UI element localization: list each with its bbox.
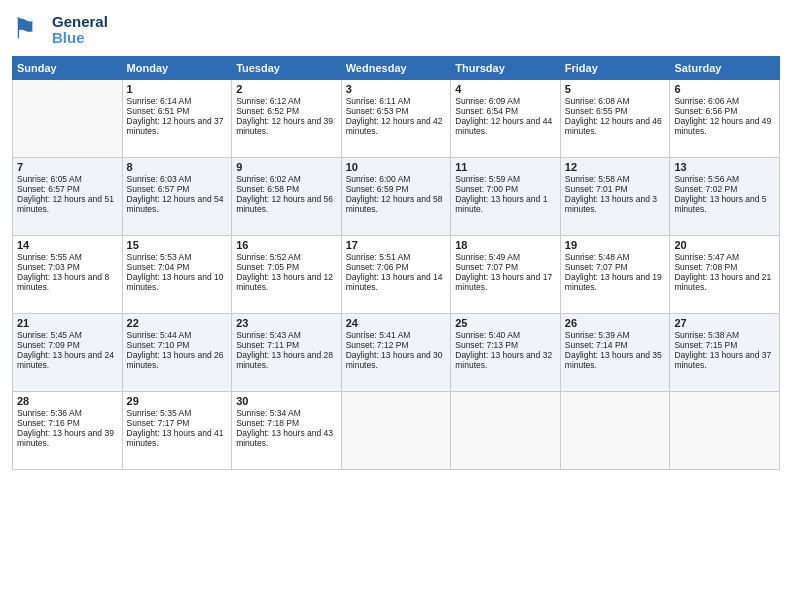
day-number: 12 xyxy=(565,161,666,173)
calendar-cell: 8Sunrise: 6:03 AMSunset: 6:57 PMDaylight… xyxy=(122,158,232,236)
day-number: 22 xyxy=(127,317,228,329)
calendar-cell: 29Sunrise: 5:35 AMSunset: 7:17 PMDayligh… xyxy=(122,392,232,470)
calendar-cell: 23Sunrise: 5:43 AMSunset: 7:11 PMDayligh… xyxy=(232,314,342,392)
day-number: 19 xyxy=(565,239,666,251)
cell-info: Sunrise: 5:35 AMSunset: 7:17 PMDaylight:… xyxy=(127,408,224,448)
calendar-week-row: 21Sunrise: 5:45 AMSunset: 7:09 PMDayligh… xyxy=(13,314,780,392)
calendar-cell: 14Sunrise: 5:55 AMSunset: 7:03 PMDayligh… xyxy=(13,236,123,314)
day-number: 11 xyxy=(455,161,556,173)
weekday-header: SundayMondayTuesdayWednesdayThursdayFrid… xyxy=(13,57,780,80)
cell-info: Sunrise: 6:02 AMSunset: 6:58 PMDaylight:… xyxy=(236,174,333,214)
cell-info: Sunrise: 5:40 AMSunset: 7:13 PMDaylight:… xyxy=(455,330,552,370)
cell-info: Sunrise: 6:00 AMSunset: 6:59 PMDaylight:… xyxy=(346,174,443,214)
day-number: 18 xyxy=(455,239,556,251)
cell-info: Sunrise: 5:58 AMSunset: 7:01 PMDaylight:… xyxy=(565,174,657,214)
calendar-cell: 26Sunrise: 5:39 AMSunset: 7:14 PMDayligh… xyxy=(560,314,670,392)
calendar-cell: 2Sunrise: 6:12 AMSunset: 6:52 PMDaylight… xyxy=(232,80,342,158)
day-number: 24 xyxy=(346,317,447,329)
calendar-cell xyxy=(13,80,123,158)
day-number: 26 xyxy=(565,317,666,329)
calendar-cell xyxy=(560,392,670,470)
day-number: 20 xyxy=(674,239,775,251)
cell-info: Sunrise: 6:14 AMSunset: 6:51 PMDaylight:… xyxy=(127,96,224,136)
day-number: 1 xyxy=(127,83,228,95)
calendar-week-row: 1Sunrise: 6:14 AMSunset: 6:51 PMDaylight… xyxy=(13,80,780,158)
cell-info: Sunrise: 6:09 AMSunset: 6:54 PMDaylight:… xyxy=(455,96,552,136)
cell-info: Sunrise: 5:51 AMSunset: 7:06 PMDaylight:… xyxy=(346,252,443,292)
calendar-cell xyxy=(341,392,451,470)
page-container: ⚑ General Blue SundayMondayTuesdayWednes… xyxy=(0,0,792,480)
day-number: 4 xyxy=(455,83,556,95)
calendar-cell: 12Sunrise: 5:58 AMSunset: 7:01 PMDayligh… xyxy=(560,158,670,236)
weekday-cell: Monday xyxy=(122,57,232,80)
cell-info: Sunrise: 6:08 AMSunset: 6:55 PMDaylight:… xyxy=(565,96,662,136)
cell-info: Sunrise: 5:59 AMSunset: 7:00 PMDaylight:… xyxy=(455,174,547,214)
calendar-cell xyxy=(670,392,780,470)
cell-info: Sunrise: 5:55 AMSunset: 7:03 PMDaylight:… xyxy=(17,252,109,292)
calendar-cell: 4Sunrise: 6:09 AMSunset: 6:54 PMDaylight… xyxy=(451,80,561,158)
calendar-body: 1Sunrise: 6:14 AMSunset: 6:51 PMDaylight… xyxy=(13,80,780,470)
cell-info: Sunrise: 6:11 AMSunset: 6:53 PMDaylight:… xyxy=(346,96,443,136)
cell-info: Sunrise: 6:05 AMSunset: 6:57 PMDaylight:… xyxy=(17,174,114,214)
logo-text: General Blue xyxy=(52,14,108,47)
cell-info: Sunrise: 5:36 AMSunset: 7:16 PMDaylight:… xyxy=(17,408,114,448)
day-number: 6 xyxy=(674,83,775,95)
day-number: 2 xyxy=(236,83,337,95)
cell-info: Sunrise: 5:34 AMSunset: 7:18 PMDaylight:… xyxy=(236,408,333,448)
day-number: 29 xyxy=(127,395,228,407)
day-number: 14 xyxy=(17,239,118,251)
day-number: 28 xyxy=(17,395,118,407)
calendar-week-row: 28Sunrise: 5:36 AMSunset: 7:16 PMDayligh… xyxy=(13,392,780,470)
cell-info: Sunrise: 5:41 AMSunset: 7:12 PMDaylight:… xyxy=(346,330,443,370)
calendar-cell: 7Sunrise: 6:05 AMSunset: 6:57 PMDaylight… xyxy=(13,158,123,236)
weekday-cell: Tuesday xyxy=(232,57,342,80)
calendar-cell: 20Sunrise: 5:47 AMSunset: 7:08 PMDayligh… xyxy=(670,236,780,314)
calendar-table: SundayMondayTuesdayWednesdayThursdayFrid… xyxy=(12,56,780,470)
calendar-cell: 15Sunrise: 5:53 AMSunset: 7:04 PMDayligh… xyxy=(122,236,232,314)
cell-info: Sunrise: 5:39 AMSunset: 7:14 PMDaylight:… xyxy=(565,330,662,370)
weekday-cell: Wednesday xyxy=(341,57,451,80)
svg-text:⚑: ⚑ xyxy=(12,13,37,44)
calendar-cell: 22Sunrise: 5:44 AMSunset: 7:10 PMDayligh… xyxy=(122,314,232,392)
cell-info: Sunrise: 5:43 AMSunset: 7:11 PMDaylight:… xyxy=(236,330,333,370)
cell-info: Sunrise: 5:45 AMSunset: 7:09 PMDaylight:… xyxy=(17,330,114,370)
day-number: 3 xyxy=(346,83,447,95)
weekday-cell: Saturday xyxy=(670,57,780,80)
cell-info: Sunrise: 5:44 AMSunset: 7:10 PMDaylight:… xyxy=(127,330,224,370)
day-number: 9 xyxy=(236,161,337,173)
cell-info: Sunrise: 5:52 AMSunset: 7:05 PMDaylight:… xyxy=(236,252,333,292)
calendar-cell: 18Sunrise: 5:49 AMSunset: 7:07 PMDayligh… xyxy=(451,236,561,314)
cell-info: Sunrise: 6:06 AMSunset: 6:56 PMDaylight:… xyxy=(674,96,771,136)
day-number: 16 xyxy=(236,239,337,251)
day-number: 8 xyxy=(127,161,228,173)
calendar-cell: 5Sunrise: 6:08 AMSunset: 6:55 PMDaylight… xyxy=(560,80,670,158)
day-number: 13 xyxy=(674,161,775,173)
calendar-cell: 1Sunrise: 6:14 AMSunset: 6:51 PMDaylight… xyxy=(122,80,232,158)
day-number: 23 xyxy=(236,317,337,329)
day-number: 21 xyxy=(17,317,118,329)
calendar-cell: 21Sunrise: 5:45 AMSunset: 7:09 PMDayligh… xyxy=(13,314,123,392)
calendar-week-row: 14Sunrise: 5:55 AMSunset: 7:03 PMDayligh… xyxy=(13,236,780,314)
cell-info: Sunrise: 5:53 AMSunset: 7:04 PMDaylight:… xyxy=(127,252,224,292)
calendar-cell: 30Sunrise: 5:34 AMSunset: 7:18 PMDayligh… xyxy=(232,392,342,470)
calendar-cell: 6Sunrise: 6:06 AMSunset: 6:56 PMDaylight… xyxy=(670,80,780,158)
header: ⚑ General Blue xyxy=(12,10,780,50)
calendar-cell: 10Sunrise: 6:00 AMSunset: 6:59 PMDayligh… xyxy=(341,158,451,236)
calendar-cell: 13Sunrise: 5:56 AMSunset: 7:02 PMDayligh… xyxy=(670,158,780,236)
cell-info: Sunrise: 5:49 AMSunset: 7:07 PMDaylight:… xyxy=(455,252,552,292)
day-number: 15 xyxy=(127,239,228,251)
day-number: 7 xyxy=(17,161,118,173)
day-number: 30 xyxy=(236,395,337,407)
cell-info: Sunrise: 5:48 AMSunset: 7:07 PMDaylight:… xyxy=(565,252,662,292)
cell-info: Sunrise: 5:38 AMSunset: 7:15 PMDaylight:… xyxy=(674,330,771,370)
day-number: 27 xyxy=(674,317,775,329)
calendar-cell: 17Sunrise: 5:51 AMSunset: 7:06 PMDayligh… xyxy=(341,236,451,314)
calendar-cell: 3Sunrise: 6:11 AMSunset: 6:53 PMDaylight… xyxy=(341,80,451,158)
cell-info: Sunrise: 6:12 AMSunset: 6:52 PMDaylight:… xyxy=(236,96,333,136)
calendar-cell: 25Sunrise: 5:40 AMSunset: 7:13 PMDayligh… xyxy=(451,314,561,392)
day-number: 5 xyxy=(565,83,666,95)
calendar-cell: 11Sunrise: 5:59 AMSunset: 7:00 PMDayligh… xyxy=(451,158,561,236)
cell-info: Sunrise: 5:47 AMSunset: 7:08 PMDaylight:… xyxy=(674,252,771,292)
cell-info: Sunrise: 6:03 AMSunset: 6:57 PMDaylight:… xyxy=(127,174,224,214)
calendar-cell: 16Sunrise: 5:52 AMSunset: 7:05 PMDayligh… xyxy=(232,236,342,314)
